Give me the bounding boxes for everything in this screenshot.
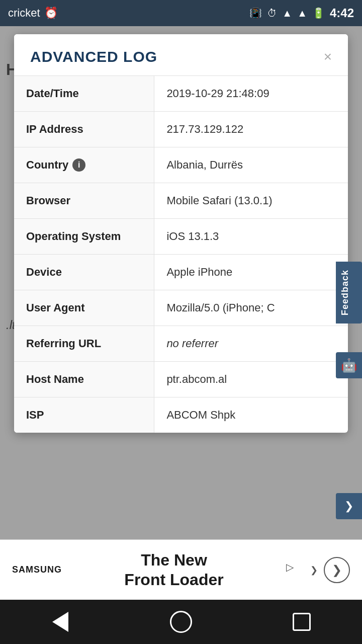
row-value: ptr.abcom.al [154, 362, 348, 397]
row-label: Operating System [14, 219, 154, 255]
table-row: DeviceApple iPhone [14, 255, 348, 290]
table-row: CountryiAlbania, Durrës [14, 147, 348, 183]
chatbot-icon: 🤖 [341, 358, 357, 373]
alarm-status-icon: ⏱ [267, 8, 277, 19]
scroll-icon: ❯ [344, 500, 353, 513]
row-value: iOS 13.1.3 [154, 219, 348, 255]
back-button[interactable] [45, 607, 75, 637]
ad-arrow-icon: ❯ [332, 563, 342, 577]
signal-icon: ▲ [297, 8, 307, 19]
ad-play-button[interactable]: ▷ [286, 561, 304, 579]
table-row: Date/Time2019-10-29 21:48:09 [14, 76, 348, 112]
table-row: Host Nameptr.abcom.al [14, 362, 348, 397]
carrier-name: cricket [8, 7, 40, 20]
chatbot-button[interactable]: 🤖 [336, 352, 362, 378]
status-bar: cricket ⏰ 📳 ⏱ ▲ ▲ 🔋 4:42 [0, 0, 362, 26]
scroll-indicator[interactable]: ❯ [336, 493, 362, 519]
modal-header: ADVANCED LOG × [14, 34, 348, 76]
table-row: BrowserMobile Safari (13.0.1) [14, 183, 348, 219]
row-label: ISP [14, 397, 154, 433]
row-label: Host Name [14, 362, 154, 397]
row-value: 217.73.129.122 [154, 112, 348, 147]
row-label: Date/Time [14, 76, 154, 112]
info-table: Date/Time2019-10-29 21:48:09IP Address21… [14, 76, 348, 433]
battery-icon: 🔋 [312, 7, 325, 19]
vibrate-icon: 📳 [249, 7, 262, 19]
row-label: User Agent [14, 290, 154, 326]
alarm-icon: ⏰ [44, 7, 58, 20]
advanced-log-modal: ADVANCED LOG × Date/Time2019-10-29 21:48… [14, 34, 348, 433]
recents-icon [293, 613, 311, 631]
row-value: Albania, Durrës [154, 147, 348, 183]
row-value: Apple iPhone [154, 255, 348, 290]
status-time: 4:42 [330, 6, 354, 20]
row-label: Device [14, 255, 154, 290]
wifi-icon: ▲ [282, 8, 292, 19]
row-value: 2019-10-29 21:48:09 [154, 76, 348, 112]
row-label: Referring URL [14, 326, 154, 362]
info-icon: i [72, 158, 85, 172]
recents-button[interactable] [287, 607, 317, 637]
status-bar-left: cricket ⏰ [8, 7, 58, 20]
table-row: ISPABCOM Shpk [14, 397, 348, 433]
table-row: IP Address217.73.129.122 [14, 112, 348, 147]
label-with-icon: Countryi [26, 158, 142, 172]
ad-expand-button[interactable]: ❯ [310, 565, 318, 576]
modal-title: ADVANCED LOG [30, 48, 157, 65]
home-button[interactable] [166, 607, 196, 637]
row-label: IP Address [14, 112, 154, 147]
feedback-button[interactable]: Feedback [336, 262, 362, 324]
ad-controls: ▷ ❯ ❯ [286, 557, 350, 583]
ad-logo: SAMSUNG [12, 565, 62, 575]
label-text: Country [26, 158, 68, 172]
status-bar-right: 📳 ⏱ ▲ ▲ 🔋 4:42 [249, 6, 354, 20]
row-value: Mozilla/5.0 (iPhone; C [154, 290, 348, 326]
ad-bar: SAMSUNG The NewFront Loader ▷ ❯ ❯ [0, 539, 362, 600]
table-row: Referring URLno referrer [14, 326, 348, 362]
modal-close-button[interactable]: × [324, 50, 332, 64]
row-value: ABCOM Shpk [154, 397, 348, 433]
nav-bar [0, 600, 362, 644]
ad-arrow-button[interactable]: ❯ [324, 557, 350, 583]
ad-headline: The NewFront Loader [72, 550, 276, 589]
row-value: Mobile Safari (13.0.1) [154, 183, 348, 219]
row-label: Countryi [14, 147, 154, 183]
home-icon [170, 611, 192, 633]
table-row: User AgentMozilla/5.0 (iPhone; C [14, 290, 348, 326]
back-icon [52, 612, 68, 632]
table-row: Operating SystemiOS 13.1.3 [14, 219, 348, 255]
row-label: Browser [14, 183, 154, 219]
ad-text: The NewFront Loader [72, 550, 276, 589]
row-value: no referrer [154, 326, 348, 362]
